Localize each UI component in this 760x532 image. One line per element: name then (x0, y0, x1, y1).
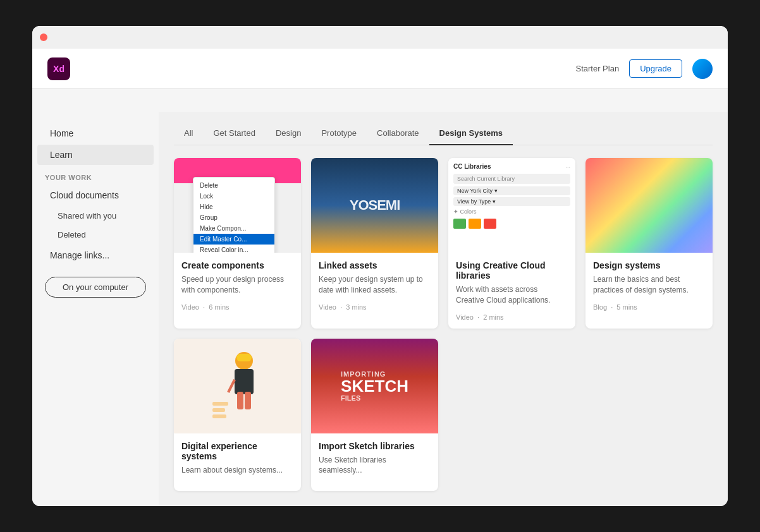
tab-collaborate[interactable]: Collaborate (367, 122, 429, 145)
card-title: Linked assets (319, 260, 431, 270)
card-body: Create components Speed up your design p… (174, 253, 301, 318)
tab-all[interactable]: All (174, 122, 203, 145)
card-title: Design systems (593, 260, 705, 270)
card-thumb-components: Delete Lock Hide Group Make Compon... Ed… (174, 158, 301, 253)
card-design-systems[interactable]: Design systems Learn the basics and best… (585, 158, 713, 329)
card-thumb-digital (174, 339, 301, 433)
svg-rect-5 (236, 354, 252, 361)
tab-design-systems[interactable]: Design Systems (429, 122, 513, 145)
avatar[interactable] (692, 59, 713, 79)
card-title: Import Sketch libraries (319, 441, 431, 451)
card-import-sketch[interactable]: IMPORTING SKETCH FILES Import Sketch lib… (311, 339, 438, 492)
on-computer-button[interactable]: On your computer (45, 277, 146, 298)
content-area: All Get Started Design Prototype Collabo… (159, 112, 728, 506)
tab-prototype[interactable]: Prototype (311, 122, 367, 145)
card-desc: Learn about design systems... (181, 465, 293, 476)
app-logo: Xd (47, 57, 70, 80)
sidebar-item-learn[interactable]: Learn (37, 145, 154, 165)
sidebar-item-manage-links[interactable]: Manage links... (37, 245, 154, 265)
plan-label: Starter Plan (575, 64, 619, 73)
main-layout: Home Learn YOUR WORK Cloud documents Sha… (32, 112, 728, 506)
sidebar: Home Learn YOUR WORK Cloud documents Sha… (32, 112, 159, 506)
sidebar-item-shared[interactable]: Shared with you (37, 207, 154, 225)
card-desc: Use Sketch libraries seamlessly... (319, 455, 431, 476)
card-thumb-gradient (585, 158, 713, 253)
svg-rect-0 (212, 402, 228, 406)
person-illustration (209, 345, 266, 427)
svg-rect-1 (212, 408, 225, 412)
context-menu-illustration: Delete Lock Hide Group Make Compon... Ed… (193, 177, 275, 253)
svg-rect-8 (245, 392, 251, 409)
tabs-bar: All Get Started Design Prototype Collabo… (174, 122, 713, 145)
card-meta: Video · 3 mins (319, 303, 431, 311)
card-linked-assets[interactable]: YOSEMI Linked assets Keep your design sy… (311, 158, 438, 329)
tab-get-started[interactable]: Get Started (203, 122, 265, 145)
card-thumb-cc: CC Libraries ··· Search Current Library … (448, 158, 575, 253)
card-title: Create components (181, 260, 293, 270)
tab-design[interactable]: Design (266, 122, 311, 145)
card-body: Using Creative Cloud libraries Work with… (448, 253, 575, 329)
close-button[interactable] (40, 33, 47, 41)
header: Xd Starter Plan Upgrade (32, 49, 728, 89)
card-title: Using Creative Cloud libraries (456, 260, 568, 281)
cards-grid: Delete Lock Hide Group Make Compon... Ed… (174, 158, 713, 491)
svg-line-6 (228, 380, 235, 392)
svg-rect-4 (235, 369, 254, 394)
card-body: Digital experience systems Learn about d… (174, 433, 301, 491)
sidebar-item-cloud-docs[interactable]: Cloud documents (37, 185, 154, 205)
card-body: Linked assets Keep your design system up… (311, 253, 438, 318)
card-desc: Work with assets across Creative Cloud a… (456, 284, 568, 306)
card-body: Import Sketch libraries Use Sketch libra… (311, 433, 438, 492)
app-window: Xd Starter Plan Upgrade Home Learn YOUR … (32, 26, 728, 506)
card-meta: Video · 6 mins (181, 303, 293, 311)
card-digital-experience[interactable]: Digital experience systems Learn about d… (174, 339, 301, 492)
card-create-components[interactable]: Delete Lock Hide Group Make Compon... Ed… (174, 158, 301, 329)
sidebar-item-home[interactable]: Home (37, 123, 154, 143)
upgrade-button[interactable]: Upgrade (629, 59, 682, 78)
your-work-label: YOUR WORK (32, 166, 159, 184)
card-desc: Learn the basics and best practices of d… (593, 274, 705, 296)
header-right: Starter Plan Upgrade (575, 59, 713, 79)
card-title: Digital experience systems (181, 441, 293, 461)
svg-rect-2 (212, 414, 226, 418)
card-thumb-sketch: IMPORTING SKETCH FILES (311, 339, 438, 433)
card-meta: Blog · 5 mins (593, 303, 705, 311)
card-desc: Speed up your design process with compon… (181, 274, 293, 296)
card-meta: Video · 2 mins (456, 313, 568, 321)
title-bar (32, 26, 728, 49)
sidebar-item-deleted[interactable]: Deleted (37, 226, 154, 244)
card-desc: Keep your design system up to date with … (319, 274, 431, 296)
card-cc-libraries[interactable]: CC Libraries ··· Search Current Library … (448, 158, 575, 329)
svg-rect-7 (237, 392, 243, 409)
card-body: Design systems Learn the basics and best… (585, 253, 713, 318)
card-thumb-yosemite: YOSEMI (311, 158, 438, 253)
